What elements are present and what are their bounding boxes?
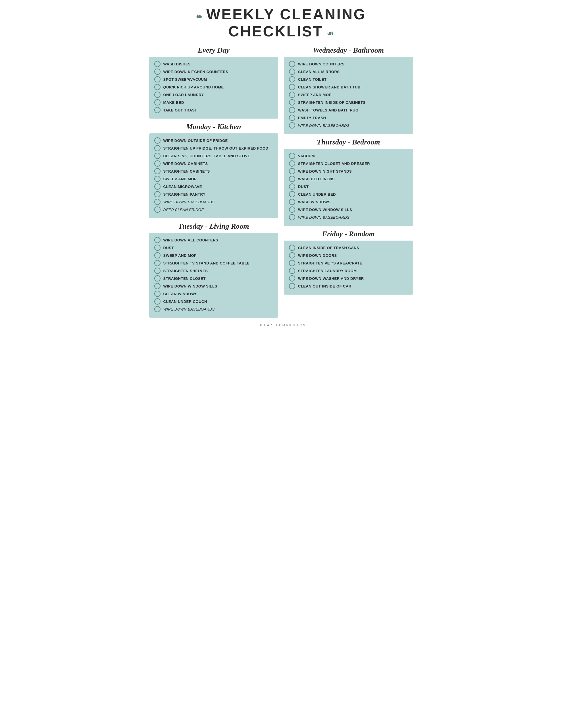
checkbox-circle[interactable] — [154, 153, 161, 159]
checkbox-circle[interactable] — [289, 107, 295, 113]
checkbox-circle[interactable] — [289, 275, 295, 282]
list-item[interactable]: DUST — [289, 183, 408, 190]
checkbox-circle[interactable] — [289, 61, 295, 67]
checkbox-circle[interactable] — [289, 153, 295, 159]
list-item[interactable]: STRAIGHTEN CLOSET AND DRESSER — [289, 160, 408, 167]
checkbox-circle[interactable] — [154, 199, 161, 205]
checkbox-circle[interactable] — [154, 76, 161, 82]
list-item[interactable]: WIPE DOWN DOORS — [289, 252, 408, 258]
list-item[interactable]: STRAIGHTEN CLOSET — [154, 275, 273, 282]
list-item[interactable]: WIPE DOWN WASHER AND DRYER — [289, 275, 408, 282]
list-item[interactable]: CLEAN WINDOWS — [154, 291, 273, 297]
checkbox-circle[interactable] — [154, 137, 161, 144]
list-item[interactable]: WASH BED LINENS — [289, 176, 408, 182]
list-item[interactable]: DEEP CLEAN FRIDGE — [154, 206, 273, 213]
checkbox-circle[interactable] — [289, 283, 295, 289]
list-item[interactable]: SWEEP AND MOP — [154, 252, 273, 258]
checkbox-circle[interactable] — [289, 176, 295, 182]
list-item[interactable]: WASH TOWELS AND BATH RUG — [289, 107, 408, 113]
checkbox-circle[interactable] — [154, 168, 161, 174]
list-item[interactable]: CLEAN TOILET — [289, 76, 408, 82]
list-item[interactable]: SWEEP AND MOP — [289, 92, 408, 98]
checkbox-circle[interactable] — [154, 107, 161, 113]
checkbox-circle[interactable] — [289, 183, 295, 190]
list-item[interactable]: WIPE DOWN BASEBOARDS — [289, 122, 408, 129]
list-item[interactable]: WIPE DOWN COUNTERS — [289, 61, 408, 67]
list-item[interactable]: QUICK PICK UP AROUND HOME — [154, 84, 273, 90]
checkbox-circle[interactable] — [289, 115, 295, 121]
checkbox-circle[interactable] — [154, 206, 161, 213]
list-item[interactable]: CLEAN MICROWAVE — [154, 183, 273, 190]
list-item[interactable]: CLEAN ALL MIRRORS — [289, 69, 408, 75]
checkbox-circle[interactable] — [154, 145, 161, 151]
list-item[interactable]: CLEAN INSIDE OF TRASH CANS — [289, 245, 408, 251]
checkbox-circle[interactable] — [154, 84, 161, 90]
checkbox-circle[interactable] — [154, 275, 161, 282]
checkbox-circle[interactable] — [154, 191, 161, 197]
checkbox-circle[interactable] — [154, 252, 161, 258]
checkbox-circle[interactable] — [154, 283, 161, 289]
list-item[interactable]: WIPE DOWN NIGHT STANDS — [289, 168, 408, 174]
checkbox-circle[interactable] — [154, 183, 161, 190]
list-item[interactable]: EMPTY TRASH — [289, 115, 408, 121]
list-item[interactable]: STRAIGHTEN TV STAND AND COFFEE TABLE — [154, 260, 273, 266]
checkbox-circle[interactable] — [154, 298, 161, 305]
list-item[interactable]: STRAIGHTEN PANTRY — [154, 191, 273, 197]
list-item[interactable]: WIPE DOWN WINDOW SILLS — [289, 206, 408, 213]
list-item[interactable]: WIPE DOWN BASEBOARDS — [154, 306, 273, 312]
checkbox-circle[interactable] — [289, 76, 295, 82]
list-item[interactable]: CLEAN UNDER BED — [289, 191, 408, 197]
list-item[interactable]: TAKE OUT TRASH — [154, 107, 273, 113]
list-item[interactable]: WASH WINDOWS — [289, 199, 408, 205]
list-item[interactable]: STRAIGHTEN PET'S AREA/CRATE — [289, 260, 408, 266]
checkbox-circle[interactable] — [154, 260, 161, 266]
checkbox-circle[interactable] — [154, 237, 161, 243]
list-item[interactable]: CLEAN SHOWER AND BATH TUB — [289, 84, 408, 90]
list-item[interactable]: CLEAN SINK, COUNTERS, TABLE AND STOVE — [154, 153, 273, 159]
checkbox-circle[interactable] — [289, 84, 295, 90]
checkbox-circle[interactable] — [289, 252, 295, 258]
list-item[interactable]: VACUUM — [289, 153, 408, 159]
checkbox-circle[interactable] — [154, 99, 161, 106]
checkbox-circle[interactable] — [154, 306, 161, 312]
list-item[interactable]: STRAIGHTEN CABINETS — [154, 168, 273, 174]
checkbox-circle[interactable] — [289, 122, 295, 129]
checkbox-circle[interactable] — [154, 61, 161, 67]
list-item[interactable]: WIPE DOWN KITCHEN COUNTERS — [154, 69, 273, 75]
list-item[interactable]: SPOT SWEEP/VACUUM — [154, 76, 273, 82]
checkbox-circle[interactable] — [289, 191, 295, 197]
checkbox-circle[interactable] — [289, 260, 295, 266]
list-item[interactable]: CLEAN UNDER COUCH — [154, 298, 273, 305]
list-item[interactable]: WIPE DOWN WINDOW SILLS — [154, 283, 273, 289]
checkbox-circle[interactable] — [289, 69, 295, 75]
checkbox-circle[interactable] — [154, 291, 161, 297]
list-item[interactable]: WIPE DOWN BASEBOARDS — [289, 214, 408, 220]
list-item[interactable]: WIPE DOWN OUTSIDE OF FRIDGE — [154, 137, 273, 144]
checkbox-circle[interactable] — [289, 206, 295, 213]
checkbox-circle[interactable] — [154, 245, 161, 251]
list-item[interactable]: WIPE DOWN BASEBOARDS — [154, 199, 273, 205]
checkbox-circle[interactable] — [289, 245, 295, 251]
list-item[interactable]: ONE LOAD LAUNDRY — [154, 92, 273, 98]
list-item[interactable]: STRAIGHTEN LAUNDRY ROOM — [289, 268, 408, 274]
checkbox-circle[interactable] — [289, 160, 295, 167]
checkbox-circle[interactable] — [289, 268, 295, 274]
checkbox-circle[interactable] — [154, 268, 161, 274]
list-item[interactable]: STRAIGHTEN SHELVES — [154, 268, 273, 274]
checkbox-circle[interactable] — [154, 176, 161, 182]
list-item[interactable]: STRAIGHTEN UP FRIDGE, THROW OUT EXPIRED … — [154, 145, 273, 151]
checkbox-circle[interactable] — [289, 168, 295, 174]
checkbox-circle[interactable] — [289, 92, 295, 98]
checkbox-circle[interactable] — [289, 214, 295, 220]
list-item[interactable]: MAKE BED — [154, 99, 273, 106]
checkbox-circle[interactable] — [289, 199, 295, 205]
checkbox-circle[interactable] — [154, 92, 161, 98]
checkbox-circle[interactable] — [289, 99, 295, 106]
checkbox-circle[interactable] — [154, 160, 161, 167]
checkbox-circle[interactable] — [154, 69, 161, 75]
list-item[interactable]: CLEAN OUT INSIDE OF CAR — [289, 283, 408, 289]
list-item[interactable]: WASH DISHES — [154, 61, 273, 67]
list-item[interactable]: DUST — [154, 245, 273, 251]
list-item[interactable]: WIPE DOWN ALL COUNTERS — [154, 237, 273, 243]
list-item[interactable]: STRAIGHTEN INSIDE OF CABINETS — [289, 99, 408, 106]
